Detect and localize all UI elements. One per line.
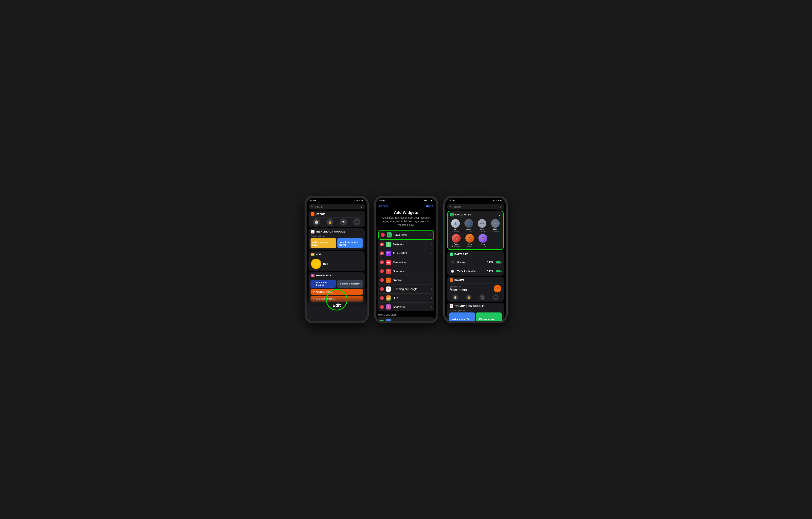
fav-type-mum-md: 📞 mobile bbox=[492, 230, 499, 232]
swarm-icon-camera-3[interactable]: 📷 bbox=[480, 294, 485, 300]
fav-contact-anna-3[interactable]: 👩 Anna 📞 iPhone bbox=[478, 234, 487, 247]
widget-list-item-trending[interactable]: − G Trending on Google ≡ bbox=[378, 285, 434, 294]
remove-btn-shortcuts[interactable]: − bbox=[380, 305, 384, 309]
keyboard-icon: ⌨ bbox=[353, 218, 360, 225]
search-bar-1[interactable]: 🔍 Search 🎙 bbox=[309, 204, 365, 210]
trending-item-3-2[interactable]: off licences uk bbox=[476, 312, 502, 321]
add-btn-1111[interactable]: + bbox=[380, 320, 384, 321]
shortcut-btn-share-file[interactable]: ⬆ Share file nearby bbox=[337, 280, 363, 288]
search-bar-3[interactable]: 🔍 Search 🎙 bbox=[447, 204, 504, 210]
more-widgets-list: + 1 1.1.1.1 + 🏃 Activity bbox=[378, 317, 434, 321]
drag-handle-fantastical[interactable]: ≡ bbox=[431, 261, 432, 264]
fav-contact-anna-2[interactable]: 👩 Anna ✉ Mail bbox=[465, 234, 474, 247]
drag-handle-favourites[interactable]: ≡ bbox=[430, 234, 431, 236]
fav-contact-anna-1[interactable]: 👩 Anna 💬 Messages bbox=[452, 234, 461, 247]
widget-list-item-favourites[interactable]: − 📞 Favourites ≡ bbox=[379, 230, 433, 239]
icon-item-camera[interactable]: 📷 bbox=[340, 218, 347, 225]
widget-list-item-batteries[interactable]: − 🔋 Batteries ≡ bbox=[378, 240, 434, 249]
drag-handle-santander[interactable]: ≡ bbox=[431, 270, 432, 273]
swarm-header-3: 📍 SWARM bbox=[447, 277, 504, 283]
trending-widget-1[interactable]: G TRENDING ON GOOGLE › Popular right now… bbox=[309, 228, 365, 250]
shortcuts-title-1: SHORTCUTS bbox=[316, 274, 331, 277]
swarm-title-3: SWARM bbox=[455, 279, 464, 281]
screen-content-2[interactable]: Cancel Done Add Widgets Get timely infor… bbox=[376, 203, 436, 321]
avatar-anna3: 👩 bbox=[478, 234, 487, 243]
icon-item-keyboard[interactable]: ⌨ bbox=[353, 218, 360, 225]
trending-item-2[interactable]: pope francis lord prayer bbox=[337, 238, 363, 248]
search-icon-1: 🔍 bbox=[311, 205, 314, 208]
remove-btn-batteries[interactable]: − bbox=[380, 242, 384, 246]
fav-type-tony: 📞 mobile bbox=[452, 230, 459, 232]
swarm-icon-grid-1: 🧁 🔒 📷 ⌨ bbox=[309, 218, 365, 227]
remove-btn-trending[interactable]: − bbox=[380, 287, 384, 291]
widget-list-item-swarm[interactable]: − 📍 Swarm ≡ bbox=[378, 276, 434, 285]
fav-row-2: 👩 Anna 💬 Messages 👩 Anna ✉ Mail 👩 Anna bbox=[448, 233, 503, 248]
widget-list-item-hue[interactable]: − Hue Hue ≡ bbox=[378, 294, 434, 303]
widget-list-item-shortcuts[interactable]: − ⚡ Shortcuts ≡ bbox=[378, 303, 434, 311]
favourites-widget-3[interactable]: 📞 FAVOURITES ⌄ 👤 tony 📞 mobile bbox=[447, 211, 504, 250]
trending-item-3-1[interactable]: markets ftse 100 bbox=[449, 312, 475, 321]
trending-arrow-3: › bbox=[500, 305, 501, 307]
icon-item-lock[interactable]: 🔒 bbox=[326, 218, 334, 225]
swarm-title-1: SWARM bbox=[316, 213, 325, 215]
wifi-icon-1: ▲ bbox=[359, 199, 361, 202]
fav-contact-tony[interactable]: 👤 tony 📞 mobile bbox=[451, 219, 460, 232]
fav-contact-mum-mm[interactable]: MM Mum 📞 mobile bbox=[478, 219, 486, 232]
screen-content-3[interactable]: 🔍 Search 🎙 📞 FAVOURITES ⌄ bbox=[445, 203, 505, 321]
hue-circle-1[interactable]: ☀️ bbox=[311, 259, 321, 269]
trending-widget-3[interactable]: G TRENDING ON GOOGLE › Popular right now… bbox=[447, 303, 504, 321]
drag-handle-hue[interactable]: ≡ bbox=[431, 297, 432, 299]
widget-list-item-santander[interactable]: − S Santander ≡ bbox=[378, 267, 434, 276]
swarm-icon-lock-3[interactable]: 🔒 bbox=[466, 294, 471, 300]
phone-1: 14:59 ●●● ▲ ■ 🔍 Search 🎙 bbox=[305, 196, 369, 323]
fav-header-3: 📞 FAVOURITES ⌄ bbox=[448, 211, 503, 218]
camera-icon: 📷 bbox=[340, 218, 347, 225]
remove-btn-swarm[interactable]: − bbox=[380, 278, 384, 282]
trending-item-1[interactable]: wetherspoons pubs bbox=[311, 238, 336, 248]
search-placeholder-3: Search bbox=[454, 205, 462, 208]
swarm-widget-3[interactable]: 📍 SWARM Check in at Morrisons 📍 bbox=[447, 277, 504, 302]
notch-1 bbox=[325, 198, 349, 202]
mic-icon-1[interactable]: 🎙 bbox=[360, 205, 363, 208]
shortcut-btn-airdrop[interactable]: ⋯ AirDrop scree... bbox=[311, 289, 363, 295]
drag-handle-swarm[interactable]: ≡ bbox=[431, 279, 432, 281]
fav-name-tony: tony bbox=[454, 228, 458, 230]
swarm-widget-1[interactable]: 📍 SWARM › 🧁 🔒 📷 bbox=[309, 211, 365, 227]
cake-icon-3: 🧁 bbox=[453, 294, 458, 300]
battery-device-watch: Tim's Apple Watch bbox=[457, 270, 485, 273]
more-widget-item-1111[interactable]: + 1 1.1.1.1 bbox=[378, 317, 434, 321]
remove-btn-fantastical[interactable]: − bbox=[380, 260, 384, 264]
done-button[interactable]: Done bbox=[426, 204, 433, 208]
widget-list-item-fantastical[interactable]: − 📅 Fantastical ≡ bbox=[378, 258, 434, 267]
edit-button[interactable]: Edit bbox=[332, 303, 341, 308]
remove-btn-hue[interactable]: − bbox=[380, 296, 384, 300]
batteries-widget-3[interactable]: 🔋 BATTERIES 📱 iPhone 100% ⌚ bbox=[447, 251, 504, 276]
hue-header-1: Hue HUE › bbox=[309, 251, 365, 258]
remove-btn-santander[interactable]: − bbox=[380, 269, 384, 273]
swarm-icon-cake-3[interactable]: 🧁 bbox=[453, 294, 458, 300]
fav-name-anna3: Anna bbox=[481, 243, 485, 245]
swarm-icon-keyboard-3[interactable]: ⌨ bbox=[493, 294, 498, 300]
trending-grid-3: markets ftse 100 off licences uk bbox=[447, 312, 504, 321]
phone-2: 14:59 ●●● ▲ ■ Cancel Done Add Widgets Ge… bbox=[374, 196, 438, 323]
drag-handle-trending[interactable]: ≡ bbox=[431, 288, 432, 291]
swarm-location-icon-3[interactable]: 📍 bbox=[494, 285, 501, 293]
battery-bar-watch bbox=[496, 270, 501, 272]
widget-list-item-protonvpn[interactable]: − 🛡 ProtonVPN ≡ bbox=[378, 249, 434, 258]
mic-icon-3[interactable]: 🎙 bbox=[499, 205, 502, 208]
cancel-button[interactable]: Cancel bbox=[379, 204, 388, 208]
remove-btn-protonvpn[interactable]: − bbox=[380, 251, 384, 255]
fav-contact-mum-md[interactable]: MD Mum 📞 mobile bbox=[491, 219, 500, 232]
shortcut-btn-run-frames[interactable]: 📞 Run Apple Frames bbox=[311, 280, 336, 288]
drag-handle-batteries[interactable]: ≡ bbox=[431, 243, 432, 246]
fav-type-jared: 📞 mobile bbox=[465, 230, 472, 232]
remove-btn-favourites[interactable]: − bbox=[381, 233, 385, 237]
drag-handle-shortcuts[interactable]: ≡ bbox=[431, 305, 432, 308]
favourites-highlight-border: − 📞 Favourites ≡ bbox=[378, 230, 434, 240]
hue-widget-1[interactable]: Hue HUE › ☀️ Hue bbox=[309, 251, 365, 271]
widget-name-1111: 1.1.1.1 bbox=[393, 320, 432, 321]
icon-item-cake[interactable]: 🧁 bbox=[313, 218, 320, 225]
drag-handle-protonvpn[interactable]: ≡ bbox=[431, 252, 432, 255]
search-placeholder-1: Search bbox=[315, 205, 323, 208]
fav-contact-jared[interactable]: 👤 Jared 📞 mobile bbox=[464, 219, 473, 232]
